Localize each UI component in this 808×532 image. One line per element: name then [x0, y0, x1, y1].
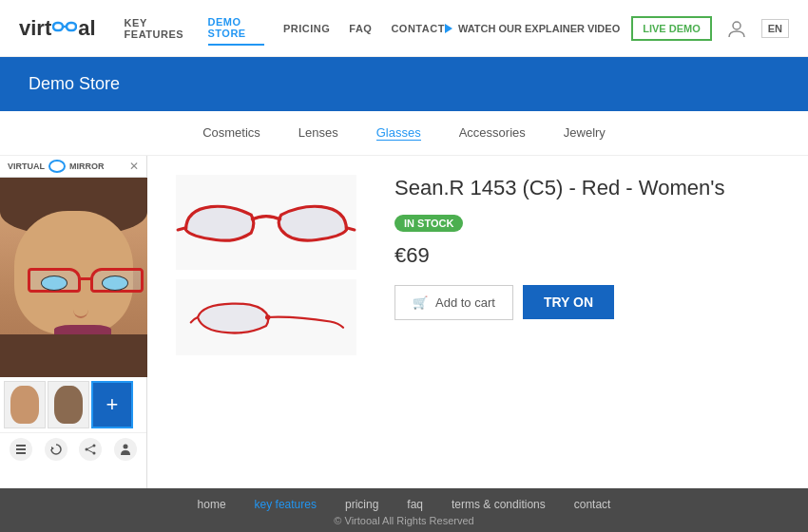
eye-right [102, 276, 128, 291]
svg-rect-5 [16, 448, 26, 450]
logo[interactable]: virt al [19, 16, 96, 41]
category-nav: Cosmetics Lenses Glasses Accessories Jew… [0, 111, 808, 156]
footer-link-contact[interactable]: contact [574, 498, 611, 511]
watch-video-button[interactable]: WATCH OUR EXPLAINER VIDEO [445, 23, 620, 34]
watch-video-label: WATCH OUR EXPLAINER VIDEO [458, 23, 620, 34]
logo-text-after: al [78, 16, 95, 41]
product-info: Sean.R 1453 (C5) - Red - Women's IN STOC… [366, 175, 779, 517]
virtual-label: VIRTUAL [8, 162, 45, 171]
blue-banner: Demo Store [0, 57, 808, 111]
user-svg-icon [726, 18, 747, 39]
action-buttons: 🛒 Add to cart TRY ON [394, 285, 779, 320]
cat-lenses[interactable]: Lenses [298, 125, 338, 141]
cart-icon: 🛒 [413, 295, 428, 310]
product-side-image [176, 279, 356, 355]
user-icon[interactable] [723, 15, 750, 42]
face-skin [14, 211, 133, 334]
share-icon [84, 443, 97, 456]
vm-close-button[interactable]: ✕ [129, 160, 139, 173]
svg-rect-4 [16, 445, 26, 446]
footer-copyright: © Virtooal All Rights Reserved [334, 515, 473, 526]
vm-thumb-add[interactable]: + [91, 381, 133, 428]
footer-link-pricing[interactable]: pricing [345, 498, 378, 511]
svg-marker-7 [51, 446, 54, 450]
glasses-bridge [81, 277, 90, 280]
glasses-front-svg [176, 175, 356, 270]
vm-settings-control[interactable] [10, 438, 32, 461]
face-preview [0, 178, 147, 377]
footer-link-key-features[interactable]: key features [255, 498, 317, 511]
cat-cosmetics[interactable]: Cosmetics [202, 125, 260, 141]
vm-thumb-face-2 [54, 386, 83, 424]
cat-glasses[interactable]: Glasses [376, 125, 421, 141]
svg-line-11 [87, 446, 94, 449]
footer: home key features pricing faq terms & co… [0, 488, 808, 532]
cat-accessories[interactable]: Accessories [459, 125, 526, 141]
person-icon [119, 443, 132, 456]
logo-icon [52, 19, 77, 38]
add-to-cart-label: Add to cart [435, 295, 495, 310]
product-main-image [176, 175, 356, 270]
nose [73, 301, 88, 318]
svg-rect-1 [67, 23, 76, 30]
glasses-side-svg [181, 289, 352, 346]
svg-point-16 [265, 314, 270, 319]
vm-header: VIRTUAL MIRROR ✕ [0, 156, 146, 178]
svg-line-15 [346, 228, 354, 230]
add-to-cart-button[interactable]: 🛒 Add to cart [394, 285, 513, 320]
svg-rect-0 [53, 23, 63, 30]
vm-thumb-2[interactable] [48, 381, 89, 428]
svg-point-13 [123, 445, 127, 449]
footer-link-home[interactable]: home [198, 498, 226, 511]
vm-rotate-control[interactable] [45, 438, 67, 461]
live-demo-button[interactable]: Live DEMO [631, 16, 712, 41]
vm-controls [0, 432, 146, 466]
vm-share-control[interactable] [79, 438, 102, 461]
virtual-mirror-panel: VIRTUAL MIRROR ✕ [0, 156, 147, 532]
product-price: €69 [394, 243, 779, 268]
nav-key-features[interactable]: KEY FEATURES [125, 12, 189, 45]
svg-line-12 [87, 449, 94, 453]
plus-icon: + [106, 392, 119, 417]
footer-links: home key features pricing faq terms & co… [198, 498, 611, 511]
face-silhouette [0, 178, 147, 377]
main-content: VIRTUAL MIRROR ✕ [0, 156, 808, 532]
play-icon [445, 24, 452, 33]
language-button[interactable]: EN [761, 19, 789, 38]
header-right: WATCH OUR EXPLAINER VIDEO Live DEMO EN [445, 15, 789, 42]
vm-person-control[interactable] [114, 438, 137, 461]
mirror-label: MIRROR [69, 162, 105, 171]
product-area: Sean.R 1453 (C5) - Red - Women's IN STOC… [147, 156, 808, 532]
vm-thumbnails: + [0, 377, 146, 432]
svg-point-3 [733, 22, 741, 29]
nav-demo-store[interactable]: DEMO STORE [208, 11, 264, 46]
hair-bottom [0, 334, 147, 377]
banner-title: Demo Store [29, 74, 120, 93]
svg-line-14 [178, 228, 185, 230]
vm-thumb-face-1 [10, 386, 39, 424]
main-nav: KEY FEATURES DEMO STORE PRICING FAQ CONT… [125, 11, 445, 46]
header: virt al KEY FEATURES DEMO STORE PRICING … [0, 0, 808, 57]
product-images [176, 175, 366, 517]
product-title: Sean.R 1453 (C5) - Red - Women's [394, 175, 779, 202]
nav-contact[interactable]: CONTACT [391, 18, 444, 39]
try-on-button[interactable]: TRY ON [523, 285, 614, 319]
footer-link-terms[interactable]: terms & conditions [452, 498, 546, 511]
logo-text: virt [19, 16, 51, 41]
footer-link-faq[interactable]: faq [407, 498, 423, 511]
rotate-icon [49, 443, 63, 456]
eye-left [41, 276, 67, 291]
vm-camera-icon [48, 160, 66, 173]
nav-faq[interactable]: FAQ [349, 18, 372, 39]
nav-pricing[interactable]: PRICING [283, 18, 330, 39]
stock-badge: IN STOCK [394, 215, 463, 232]
cat-jewelry[interactable]: Jewelry [564, 125, 606, 141]
settings-icon [14, 443, 28, 456]
vm-thumb-1[interactable] [4, 381, 46, 428]
svg-rect-6 [16, 452, 26, 454]
